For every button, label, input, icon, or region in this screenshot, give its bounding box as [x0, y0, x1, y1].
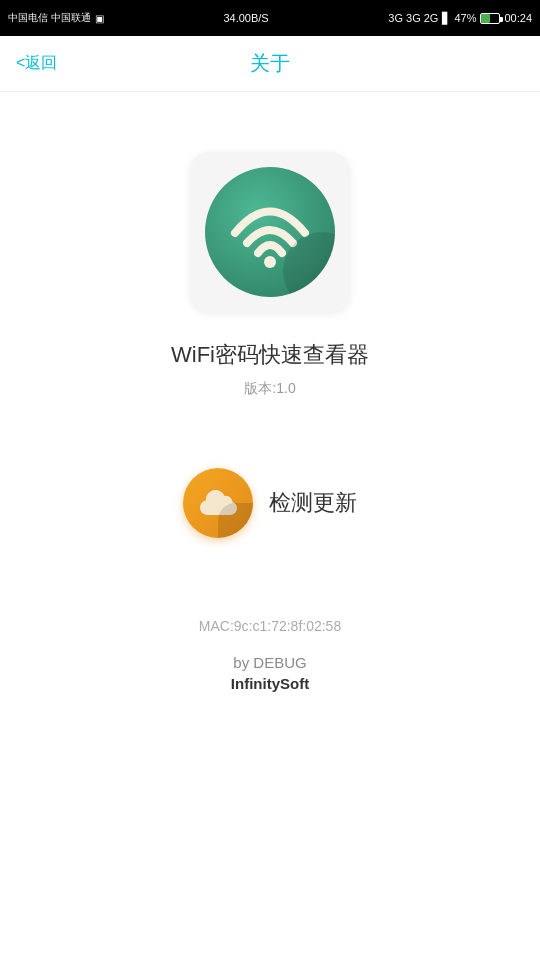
app-name: WiFi密码快速查看器 — [171, 340, 369, 370]
svg-point-0 — [264, 256, 276, 268]
network-type: 3G 3G 2G — [388, 12, 438, 24]
mac-address: MAC:9c:c1:72:8f:02:58 — [199, 618, 341, 634]
brand-label: InfinitySoft — [231, 675, 309, 692]
cloud-update-icon — [183, 468, 253, 538]
battery-percent: 47% — [454, 12, 476, 24]
cloud-svg — [198, 487, 238, 519]
page-title: 关于 — [250, 50, 290, 77]
debug-label: by DEBUG — [233, 654, 306, 671]
status-right-group: 3G 3G 2G ▋ 47% 00:24 — [388, 12, 532, 25]
nav-bar: <返回 关于 — [0, 36, 540, 92]
check-update-button[interactable]: 检测更新 — [183, 468, 357, 538]
wifi-status-icon: ▣ — [95, 13, 104, 24]
battery-icon — [480, 13, 500, 24]
app-version: 版本:1.0 — [244, 380, 295, 398]
status-bar: 中国电信 中国联通 ▣ 34.00B/S 3G 3G 2G ▋ 47% 00:2… — [0, 0, 540, 36]
back-button[interactable]: <返回 — [16, 53, 57, 74]
carrier-text: 中国电信 中国联通 — [8, 11, 91, 25]
network-speed: 34.00B/S — [223, 12, 268, 24]
main-content: WiFi密码快速查看器 版本:1.0 检测更新 MAC:9c:c1:72:8f:… — [0, 92, 540, 692]
wifi-svg-icon — [225, 195, 315, 270]
app-icon-wrapper — [190, 152, 350, 312]
update-label: 检测更新 — [269, 488, 357, 518]
carrier-info: 中国电信 中国联通 ▣ — [8, 11, 104, 25]
app-icon — [205, 167, 335, 297]
footer: by DEBUG InfinitySoft — [231, 654, 309, 692]
signal-icon: ▋ — [442, 12, 450, 25]
clock: 00:24 — [504, 12, 532, 24]
